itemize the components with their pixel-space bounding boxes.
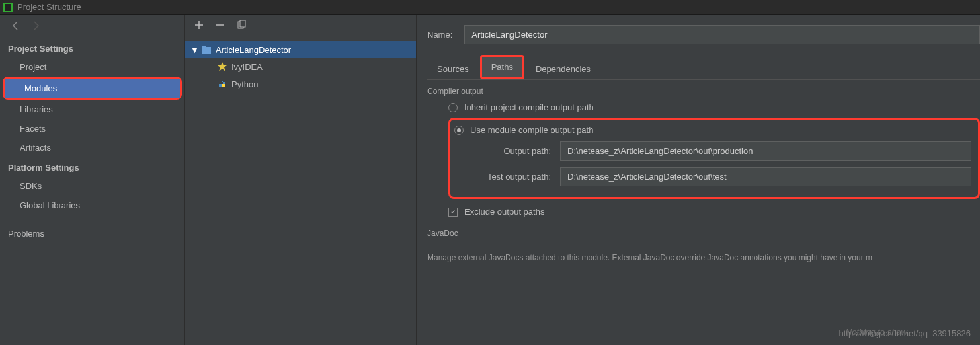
window-title: Project Structure bbox=[17, 2, 81, 12]
javadoc-description: Manage external JavaDocs attached to thi… bbox=[427, 252, 980, 264]
svg-rect-1 bbox=[5, 4, 11, 11]
svg-rect-3 bbox=[240, 20, 245, 27]
highlight-compile-output: Use module compile output path Output pa… bbox=[448, 118, 980, 199]
copy-icon[interactable] bbox=[237, 20, 246, 32]
test-output-input[interactable] bbox=[560, 167, 971, 186]
tree-module-label: ArticleLangDetector bbox=[216, 45, 291, 55]
nav-arrows bbox=[0, 15, 184, 38]
javadoc-title: JavaDoc bbox=[427, 229, 980, 238]
tree-module-root[interactable]: ▼ ArticleLangDetector bbox=[185, 41, 416, 58]
nav-item-modules[interactable]: Modules bbox=[5, 79, 180, 98]
title-bar: Project Structure bbox=[0, 0, 980, 15]
radio-module-row[interactable]: Use module compile output path bbox=[454, 125, 971, 135]
name-label: Name: bbox=[427, 30, 452, 40]
nav-item-facets[interactable]: Facets bbox=[0, 119, 184, 138]
svg-marker-6 bbox=[218, 62, 227, 71]
nav-column: Project Settings Project Modules Librari… bbox=[0, 15, 185, 345]
details-panel: Name: Sources Paths Dependencies Compile… bbox=[417, 15, 980, 345]
add-icon[interactable] bbox=[194, 20, 204, 32]
tab-sources[interactable]: Sources bbox=[427, 58, 479, 79]
radio-module[interactable] bbox=[454, 126, 464, 135]
module-tree: ▼ ArticleLangDetector IvyIDEA Python bbox=[185, 38, 416, 93]
tree-toolbar bbox=[185, 15, 416, 38]
test-output-label: Test output path: bbox=[454, 172, 560, 182]
nav-item-problems[interactable]: Problems bbox=[0, 224, 184, 243]
remove-icon[interactable] bbox=[216, 20, 225, 32]
app-icon bbox=[3, 2, 13, 13]
nav-section-project-settings: Project Settings bbox=[0, 38, 184, 58]
expand-icon[interactable]: ▼ bbox=[190, 45, 197, 55]
back-icon[interactable] bbox=[11, 20, 21, 33]
ivy-icon bbox=[217, 61, 227, 72]
svg-rect-5 bbox=[202, 46, 206, 48]
forward-icon[interactable] bbox=[30, 20, 41, 33]
tree-column: ▼ ArticleLangDetector IvyIDEA Python bbox=[185, 15, 417, 345]
nav-section-platform-settings: Platform Settings bbox=[0, 157, 184, 176]
radio-module-label: Use module compile output path bbox=[470, 125, 593, 135]
highlight-paths-tab: Paths bbox=[480, 55, 524, 79]
python-icon bbox=[217, 79, 227, 89]
radio-inherit-row[interactable]: Inherit project compile output path bbox=[448, 102, 980, 112]
highlight-modules: Modules bbox=[3, 77, 182, 100]
output-path-label: Output path: bbox=[454, 146, 560, 156]
tab-paths[interactable]: Paths bbox=[482, 57, 522, 77]
module-name-input[interactable] bbox=[464, 25, 980, 44]
tree-child-python[interactable]: Python bbox=[185, 75, 416, 93]
radio-inherit[interactable] bbox=[448, 103, 458, 112]
exclude-checkbox[interactable]: ✓ bbox=[448, 208, 458, 217]
compiler-section-title: Compiler output bbox=[427, 87, 980, 96]
exclude-label: Exclude output paths bbox=[464, 207, 544, 217]
nav-item-sdks[interactable]: SDKs bbox=[0, 176, 184, 196]
tabs: Sources Paths Dependencies bbox=[427, 55, 980, 80]
divider bbox=[427, 245, 980, 245]
tree-child-label: Python bbox=[231, 79, 258, 89]
output-path-input[interactable] bbox=[560, 141, 971, 161]
exclude-row[interactable]: ✓ Exclude output paths bbox=[448, 207, 980, 217]
nav-item-libraries[interactable]: Libraries bbox=[0, 100, 184, 119]
module-folder-icon bbox=[201, 44, 212, 55]
watermark: https://blog.csdn.net/qq_33915826 bbox=[839, 328, 971, 338]
radio-inherit-label: Inherit project compile output path bbox=[464, 102, 594, 112]
tree-child-ivyidea[interactable]: IvyIDEA bbox=[185, 58, 416, 75]
tree-child-label: IvyIDEA bbox=[231, 62, 263, 72]
nav-item-artifacts[interactable]: Artifacts bbox=[0, 138, 184, 157]
nav-item-global-libraries[interactable]: Global Libraries bbox=[0, 196, 184, 215]
nav-item-project[interactable]: Project bbox=[0, 58, 184, 77]
tab-dependencies[interactable]: Dependencies bbox=[526, 58, 600, 79]
